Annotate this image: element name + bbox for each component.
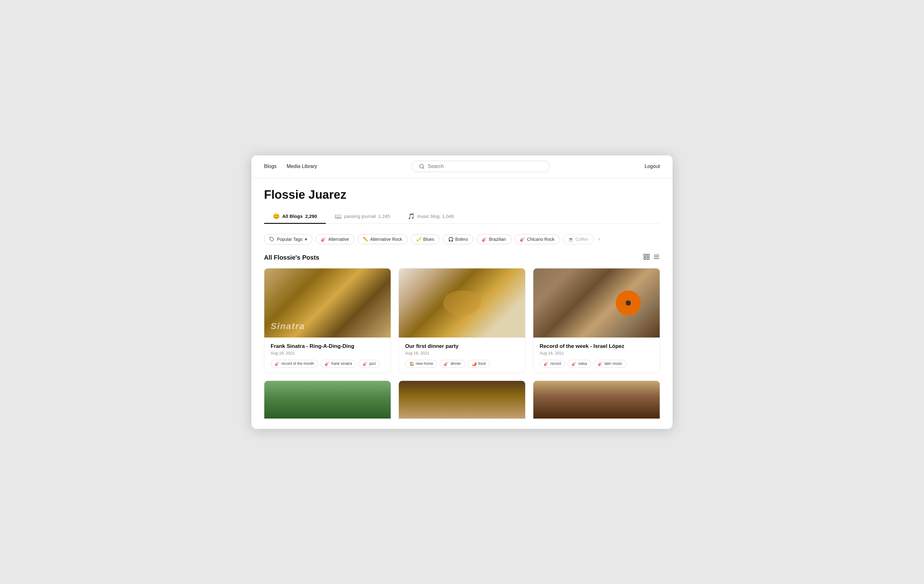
- card-record-week-image: [533, 268, 660, 337]
- card-frank-sinatra-date: Aug 18, 2021: [271, 351, 384, 355]
- tag-chicano-rock-label: Chicano Rock: [527, 237, 554, 242]
- tab-music-blog-icon: 🎵: [408, 213, 414, 220]
- card-record-week-body: Record of the week - Israel López Aug 18…: [533, 337, 660, 373]
- tag-brazilian-icon: 🎸: [482, 237, 487, 242]
- popular-tags-button[interactable]: Popular Tags ▾: [264, 234, 312, 245]
- tag-alternative[interactable]: 🎸 Alternative: [315, 234, 354, 244]
- list-view-button[interactable]: [653, 253, 660, 262]
- tag-bolero-label: Bolero: [455, 237, 468, 242]
- nav-media-library[interactable]: Media Library: [287, 164, 317, 169]
- card-record-week-tags: 🎸 record 🎸 salsa 🎸 latin music: [540, 360, 653, 368]
- tag-alternative-rock[interactable]: ✏️ Alternative Rock: [358, 234, 408, 244]
- card-frank-sinatra[interactable]: Sinatra Frank Sinatra - Ring-A-Ding-Ding…: [264, 268, 391, 373]
- grid-icon: [643, 253, 650, 260]
- tab-passing-journal-count: 1,245: [378, 214, 390, 219]
- tag-alternative-label: Alternative: [328, 237, 349, 242]
- card-tag-latin-music[interactable]: 🎸 latin music: [594, 360, 626, 368]
- posts-section: All Flossie's Posts: [251, 251, 673, 429]
- search-bar[interactable]: [412, 161, 550, 172]
- cards-grid: Sinatra Frank Sinatra - Ring-A-Ding-Ding…: [264, 268, 660, 373]
- profile-section: Flossie Juarez 😊 All Blogs 2,290 📖 passi…: [251, 178, 673, 224]
- svg-rect-4: [647, 254, 649, 256]
- tab-all-blogs-label: All Blogs: [282, 214, 303, 219]
- card-partial-2[interactable]: [399, 380, 525, 419]
- tags-scroll-right-icon[interactable]: ›: [598, 236, 600, 242]
- card-tag-record-of-month[interactable]: 🎸 record of the month: [271, 360, 318, 368]
- card-frank-sinatra-tags: 🎸 record of the month 🎸 frank sinatra 🎸 …: [271, 360, 384, 368]
- record-orange-disc: [616, 290, 641, 316]
- tag-coffee[interactable]: ☕ Coffee: [563, 234, 594, 244]
- vinyl-text: Sinatra: [271, 321, 305, 331]
- card-tag-latin-music-icon: 🎸: [598, 361, 603, 366]
- tag-alternative-icon: 🎸: [321, 237, 326, 242]
- tags-row: Popular Tags ▾ 🎸 Alternative ✏️ Alternat…: [251, 224, 673, 251]
- search-input[interactable]: [428, 164, 543, 169]
- tag-brazilian[interactable]: 🎸 Brazilian: [477, 234, 512, 244]
- card-tag-salsa[interactable]: 🎸 salsa: [568, 360, 591, 368]
- grid-view-button[interactable]: [643, 253, 650, 262]
- card-tag-dinner-icon: 🎸: [444, 361, 449, 366]
- tab-music-blog[interactable]: 🎵 music blog 1,048: [399, 209, 463, 224]
- card-tag-salsa-icon: 🎸: [572, 361, 577, 366]
- card-tag-new-home-icon: 🏠: [409, 361, 414, 366]
- tag-bolero[interactable]: 🎧 Bolero: [443, 234, 473, 244]
- tag-blues[interactable]: 🎺 Blues: [411, 234, 440, 244]
- card-tag-frank-sinatra[interactable]: 🎸 frank sinatra: [320, 360, 356, 368]
- card-tag-record[interactable]: 🎸 record: [540, 360, 565, 368]
- card-record-week[interactable]: Record of the week - Israel López Aug 18…: [533, 268, 660, 373]
- tag-coffee-label: Coffee: [576, 237, 588, 242]
- profile-name: Flossie Juarez: [264, 188, 660, 202]
- list-icon: [653, 253, 660, 260]
- tag-alternative-rock-icon: ✏️: [363, 237, 368, 242]
- search-container: [317, 161, 645, 172]
- card-partial-1[interactable]: [264, 380, 391, 419]
- tag-brazilian-label: Brazilian: [489, 237, 506, 242]
- card-record-week-date: Aug 18, 2021: [540, 351, 653, 355]
- tag-blues-icon: 🎺: [416, 237, 421, 242]
- tag-chicano-rock[interactable]: 🎸 Chicano Rock: [515, 234, 560, 244]
- tab-music-blog-label: music blog: [417, 214, 440, 219]
- header: Blogs Media Library Logout: [251, 155, 673, 178]
- card-dinner-party-body: Our first dinner party Aug 18, 2021 🏠 ne…: [399, 337, 525, 373]
- card-partial-3[interactable]: [533, 380, 660, 419]
- nav-blogs[interactable]: Blogs: [264, 164, 277, 169]
- cards-grid-bottom: [264, 380, 660, 419]
- view-toggle: [643, 253, 660, 262]
- card-tag-food[interactable]: 🌶️ food: [468, 360, 490, 368]
- tab-all-blogs-count: 2,290: [305, 214, 317, 219]
- card-tag-frank-sinatra-label: frank sinatra: [331, 361, 352, 366]
- tab-all-blogs[interactable]: 😊 All Blogs 2,290: [264, 209, 326, 224]
- tab-passing-journal[interactable]: 📖 passing journal 1,245: [326, 209, 399, 224]
- card-tag-latin-music-label: latin music: [604, 361, 622, 366]
- popular-tags-label: Popular Tags: [277, 237, 302, 242]
- card-tag-frank-sinatra-icon: 🎸: [325, 361, 330, 366]
- header-nav: Blogs Media Library: [264, 164, 317, 169]
- card-frank-sinatra-body: Frank Sinatra - Ring-A-Ding-Ding Aug 18,…: [264, 337, 391, 373]
- tab-music-blog-count: 1,048: [442, 214, 454, 219]
- card-tag-jazz-icon: 🎸: [363, 361, 368, 366]
- svg-line-1: [423, 167, 424, 168]
- card-tag-jazz[interactable]: 🎸 jazz: [359, 360, 380, 368]
- card-partial-1-image: [264, 381, 391, 418]
- card-tag-food-icon: 🌶️: [472, 361, 477, 366]
- card-tag-record-of-month-icon: 🎸: [275, 361, 280, 366]
- svg-rect-6: [647, 257, 649, 259]
- logout-button[interactable]: Logout: [645, 164, 660, 169]
- card-tag-dinner[interactable]: 🎸 dinner: [440, 360, 465, 368]
- card-tag-new-home-label: new home: [416, 361, 433, 366]
- svg-rect-5: [644, 257, 646, 259]
- tag-blues-label: Blues: [423, 237, 434, 242]
- card-frank-sinatra-image: Sinatra: [264, 268, 391, 337]
- card-tag-new-home[interactable]: 🏠 new home: [405, 360, 437, 368]
- posts-title: All Flossie's Posts: [264, 254, 319, 261]
- search-icon: [419, 164, 425, 169]
- tag-coffee-icon: ☕: [568, 237, 574, 242]
- card-frank-sinatra-title: Frank Sinatra - Ring-A-Ding-Ding: [271, 343, 384, 349]
- card-dinner-party-title: Our first dinner party: [405, 343, 519, 349]
- card-dinner-party-image: [399, 268, 525, 337]
- tag-alternative-rock-label: Alternative Rock: [370, 237, 402, 242]
- header-actions: Logout: [645, 164, 660, 169]
- card-record-week-title: Record of the week - Israel López: [540, 343, 653, 349]
- card-dinner-party[interactable]: Our first dinner party Aug 18, 2021 🏠 ne…: [399, 268, 525, 373]
- tab-passing-journal-label: passing journal: [344, 214, 376, 219]
